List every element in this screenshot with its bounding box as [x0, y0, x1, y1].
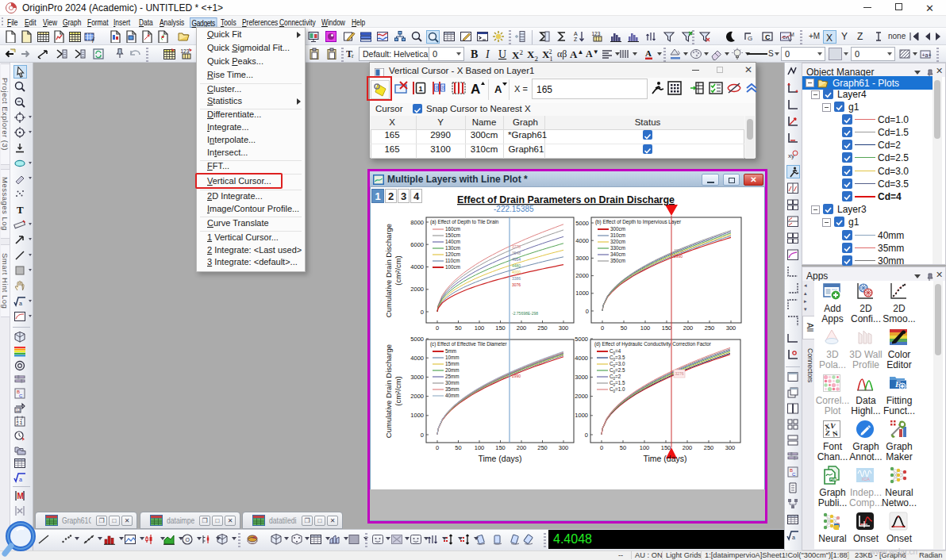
svg-text:a: a [792, 535, 795, 540]
svg-text:0: 0 [601, 324, 604, 332]
svg-text:3778: 3778 [512, 244, 521, 249]
svg-text:200: 200 [517, 324, 527, 332]
svg-text:150: 150 [495, 324, 506, 332]
svg-text:12: 12 [16, 408, 21, 412]
svg-text:330cm: 330cm [610, 245, 625, 251]
svg-text:f: f [92, 36, 95, 43]
svg-text:2000: 2000 [575, 393, 588, 400]
svg-text:4000: 4000 [512, 270, 521, 274]
svg-text:0: 0 [585, 432, 588, 439]
svg-text:8: 8 [436, 85, 439, 90]
svg-text:150: 150 [662, 324, 672, 332]
svg-text:A: A [494, 83, 502, 95]
svg-text:(b) Effect of Depth to Impervi: (b) Effect of Depth to Impervious Layer [595, 219, 681, 225]
svg-text:0: 0 [421, 432, 424, 439]
svg-text:50: 50 [455, 444, 461, 451]
svg-text:1: 1 [419, 85, 423, 93]
svg-text:Z: Z [574, 36, 578, 42]
svg-text:Cumulative Drain Discharge: Cumulative Drain Discharge [384, 344, 393, 438]
svg-text:250: 250 [704, 444, 714, 451]
svg-text:a: a [19, 301, 22, 306]
svg-text:200: 200 [683, 444, 693, 451]
svg-text:3000: 3000 [575, 255, 589, 262]
svg-text:X: X [826, 33, 833, 44]
svg-text:123: 123 [181, 48, 190, 54]
svg-text:123: 123 [592, 31, 601, 36]
svg-text:4000: 4000 [410, 355, 424, 362]
svg-text:200: 200 [683, 324, 694, 332]
svg-text:6000: 6000 [410, 241, 424, 248]
svg-text:-222.15385: -222.15385 [494, 205, 534, 213]
svg-text:0: 0 [600, 444, 603, 451]
svg-text:3276: 3276 [675, 371, 684, 376]
svg-text:3000: 3000 [410, 374, 424, 381]
svg-text:3386: 3386 [512, 276, 521, 281]
svg-text:A: A [645, 48, 652, 58]
svg-text:8: 8 [442, 85, 445, 90]
svg-text:c: c [783, 33, 786, 40]
svg-text:0: 0 [436, 324, 439, 332]
svg-text:M: M [790, 32, 794, 37]
svg-text:O: O [186, 537, 190, 543]
svg-text:0: 0 [436, 444, 439, 451]
svg-text:(d) Effect of Hydraulic Conduc: (d) Effect of Hydraulic Conductivity Cor… [594, 341, 711, 347]
svg-text:5000: 5000 [575, 336, 588, 343]
svg-text:G: G [748, 35, 752, 42]
svg-text:300: 300 [559, 444, 569, 451]
svg-text:4480: 4480 [512, 263, 521, 268]
svg-text:Effect of Drain Parameters on: Effect of Drain Parameters on Drain Disc… [457, 194, 675, 205]
svg-text:340cm: 340cm [610, 251, 625, 257]
svg-text:C0=1.0: C0=1.0 [610, 386, 625, 393]
svg-text:ICA: ICA [862, 477, 870, 481]
svg-text:15mm: 15mm [445, 361, 460, 366]
svg-text:3000: 3000 [575, 374, 588, 381]
svg-text:(c) Effect of Effective Tile D: (c) Effect of Effective Tile Diameter [430, 341, 507, 347]
svg-text:2990: 2990 [512, 374, 521, 378]
svg-text:A: A [471, 82, 480, 96]
svg-text:4000: 4000 [575, 237, 589, 244]
svg-text:250: 250 [537, 444, 548, 451]
svg-text:3076: 3076 [512, 282, 521, 287]
svg-text:310cm: 310cm [610, 232, 625, 238]
svg-text:10mm: 10mm [445, 355, 460, 360]
svg-text:Time (days): Time (days) [643, 454, 686, 463]
svg-text:20mm: 20mm [445, 367, 460, 373]
svg-text:200: 200 [517, 444, 527, 451]
svg-text:2000: 2000 [575, 272, 589, 279]
svg-text:PUB: PUB [830, 478, 836, 481]
svg-text:50: 50 [621, 324, 627, 332]
svg-text:100: 100 [475, 324, 485, 332]
svg-text:1000: 1000 [410, 412, 424, 419]
svg-text:T: T [17, 204, 24, 216]
svg-text:100: 100 [475, 444, 485, 451]
svg-text:C: C [765, 33, 771, 41]
svg-text:a: a [19, 477, 22, 482]
svg-text:+a+: +a+ [922, 52, 932, 58]
svg-text:r: r [352, 52, 354, 59]
svg-text:2990: 2990 [674, 254, 683, 259]
svg-text:50: 50 [620, 444, 626, 451]
svg-text:160cm: 160cm [445, 226, 460, 232]
svg-text:100: 100 [640, 444, 650, 451]
svg-text:3548: 3548 [512, 251, 521, 255]
svg-text:50: 50 [455, 324, 461, 332]
svg-text:0: 0 [421, 309, 424, 316]
svg-text:(cm²/cm): (cm²/cm) [394, 376, 402, 405]
svg-text:-2.75698E-298: -2.75698E-298 [512, 311, 538, 316]
svg-text:(cm²/cm): (cm²/cm) [394, 255, 402, 285]
svg-text:3276: 3276 [674, 248, 683, 253]
svg-text:5mm: 5mm [445, 348, 456, 354]
svg-text:25mm: 25mm [445, 374, 460, 379]
svg-text:1000: 1000 [575, 290, 589, 297]
svg-text:150: 150 [661, 444, 671, 451]
svg-text:8000: 8000 [410, 219, 424, 226]
svg-text:0: 0 [586, 308, 589, 315]
svg-text:5000: 5000 [410, 336, 424, 343]
svg-text:250: 250 [705, 324, 715, 332]
svg-text:4000: 4000 [410, 263, 424, 270]
svg-text:30mm: 30mm [445, 380, 460, 385]
svg-text:C: C [19, 393, 23, 398]
svg-text:2 4: 2 4 [17, 421, 23, 426]
svg-text:140cm: 140cm [445, 239, 460, 244]
svg-text:300: 300 [725, 444, 736, 451]
